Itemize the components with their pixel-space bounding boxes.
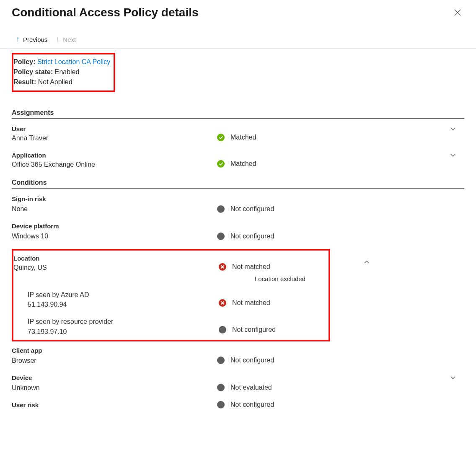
ip-azure-value: 51.143.90.94 — [28, 300, 219, 309]
policy-name-link[interactable]: Strict Location CA Policy — [37, 58, 110, 65]
conditions-section: Conditions Sign-in risk None Not configu… — [12, 179, 464, 409]
client-app-item: Client app Browser Not configured — [12, 346, 464, 366]
user-status: Matched — [230, 134, 256, 141]
ip-azure-label: IP seen by Azure AD — [28, 290, 219, 300]
device-platform-value: Windows 10 — [12, 231, 217, 241]
dot-icon — [217, 401, 225, 408]
result-value: Not Applied — [38, 78, 72, 85]
signin-risk-value: None — [12, 204, 217, 214]
dot-icon — [217, 384, 225, 391]
signin-risk-status: Not configured — [230, 205, 274, 213]
chevron-down-icon — [450, 126, 456, 132]
checkmark-icon — [217, 134, 225, 141]
location-item: Location Quincy, US Not matched Location… — [13, 254, 327, 336]
client-app-value: Browser — [12, 356, 217, 366]
user-value: Anna Traver — [12, 133, 217, 143]
page-title: Conditional Access Policy details — [12, 6, 199, 19]
close-button[interactable] — [451, 6, 464, 19]
application-value: Office 365 Exchange Online — [12, 160, 217, 170]
previous-button[interactable]: ↑ Previous — [16, 35, 47, 44]
expand-device-chevron[interactable] — [450, 375, 456, 382]
x-icon — [219, 299, 226, 307]
dot-icon — [219, 326, 226, 333]
user-risk-status: Not configured — [230, 401, 274, 408]
close-icon — [454, 9, 461, 16]
device-status: Not evaluated — [230, 384, 272, 391]
chevron-down-icon — [450, 375, 456, 381]
dot-icon — [217, 357, 225, 364]
signin-risk-label: Sign-in risk — [12, 194, 217, 203]
device-label: Device — [12, 373, 217, 382]
chevron-down-icon — [450, 152, 456, 158]
arrow-up-icon: ↑ — [16, 35, 20, 44]
client-app-status: Not configured — [230, 357, 274, 364]
previous-label: Previous — [23, 36, 47, 43]
policy-label: Policy: — [13, 58, 35, 65]
user-risk-label: User risk — [12, 401, 217, 409]
expand-user-chevron[interactable] — [450, 126, 456, 133]
collapse-location-chevron[interactable] — [364, 259, 464, 266]
device-value: Unknown — [12, 383, 217, 393]
location-status: Not matched — [232, 263, 270, 271]
next-label: Next — [63, 36, 76, 43]
next-button[interactable]: ↓ Next — [56, 35, 76, 44]
policy-state-label: Policy state: — [13, 68, 53, 75]
user-item: User Anna Traver Matched — [12, 124, 464, 143]
device-item: Device Unknown Not evaluated — [12, 373, 464, 393]
location-note: Location excluded — [255, 275, 327, 282]
location-value: Quincy, US — [13, 263, 219, 273]
ip-azure-status: Not matched — [232, 299, 270, 307]
x-icon — [219, 263, 226, 271]
dot-icon — [217, 205, 225, 213]
location-highlight-box: Location Quincy, US Not matched Location… — [12, 249, 330, 341]
signin-risk-item: Sign-in risk None Not configured — [12, 194, 464, 214]
result-label: Result: — [13, 78, 36, 85]
ip-resource-label: IP seen by resource provider — [28, 317, 219, 326]
client-app-label: Client app — [12, 346, 217, 355]
policy-summary-box: Policy: Strict Location CA Policy Policy… — [12, 53, 115, 92]
user-label: User — [12, 124, 217, 133]
checkmark-icon — [217, 160, 225, 168]
application-status: Matched — [230, 160, 256, 168]
ip-resource-value: 73.193.97.10 — [28, 327, 219, 336]
assignments-title: Assignments — [12, 109, 464, 119]
application-label: Application — [12, 151, 217, 160]
expand-application-chevron[interactable] — [450, 152, 456, 160]
application-item: Application Office 365 Exchange Online M… — [12, 151, 464, 170]
conditions-title: Conditions — [12, 179, 464, 189]
device-platform-label: Device platform — [12, 222, 217, 230]
device-platform-status: Not configured — [230, 233, 274, 240]
arrow-down-icon: ↓ — [56, 35, 60, 44]
dot-icon — [217, 233, 225, 240]
location-label: Location — [13, 254, 219, 263]
chevron-up-icon — [364, 259, 370, 265]
user-risk-item: User risk Not configured — [12, 401, 464, 409]
policy-state-value: Enabled — [55, 68, 80, 75]
device-platform-item: Device platform Windows 10 Not configure… — [12, 222, 464, 241]
ip-resource-status: Not configured — [232, 326, 276, 333]
assignments-section: Assignments User Anna Traver Matched — [12, 109, 464, 170]
